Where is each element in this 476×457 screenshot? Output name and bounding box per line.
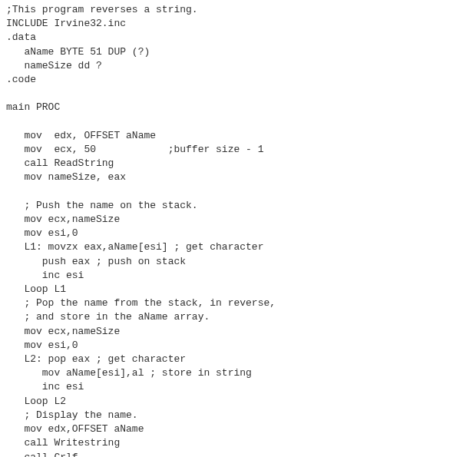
- assembly-code-listing: ;This program reverses a string. INCLUDE…: [0, 0, 476, 457]
